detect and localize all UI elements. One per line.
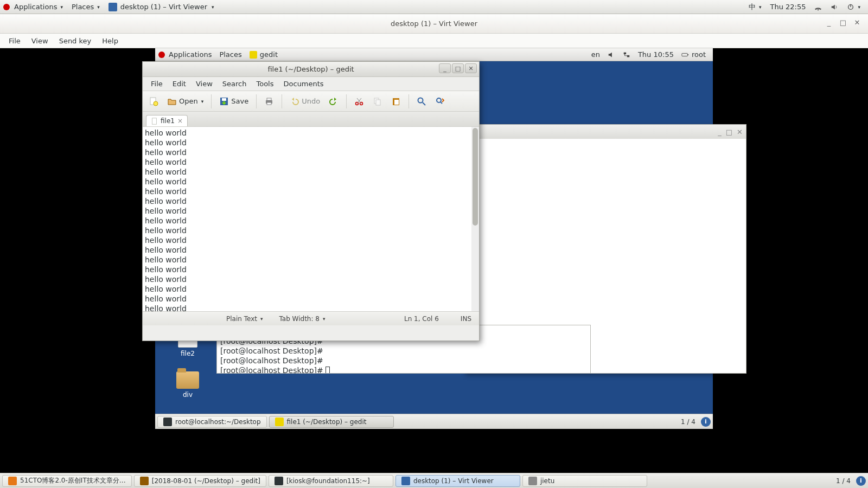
vv-menu-view[interactable]: View xyxy=(26,37,54,45)
tab-file1[interactable]: file1 × xyxy=(146,115,188,126)
task-terminal[interactable]: root@localhost:~/Desktop xyxy=(157,416,267,428)
redhat-icon xyxy=(158,52,165,58)
guest-viewport: Applications Places gedit en Thu 10:55 r… xyxy=(0,48,868,429)
status-lang[interactable]: Plain Text▾ xyxy=(226,315,263,323)
partial-text: from 02 ong xyxy=(690,336,706,367)
svg-rect-22 xyxy=(152,118,156,124)
find-replace-button[interactable] xyxy=(432,95,448,108)
virt-viewer-titlebar[interactable]: desktop (1) – Virt Viewer _ □ ✕ xyxy=(0,14,868,34)
host-task[interactable]: [2018-08-01 (~/Desktop) – gedit] xyxy=(134,475,266,487)
scrollbar[interactable] xyxy=(471,127,479,311)
icon-label: div xyxy=(166,391,209,399)
desktop-icon-div[interactable]: div xyxy=(166,371,209,399)
guest-taskbar: root@localhost:~/Desktop file1 (~/Deskto… xyxy=(155,414,713,429)
open-button[interactable]: Open▾ xyxy=(164,95,206,108)
gedit-minimize[interactable]: _ xyxy=(439,63,451,73)
power-icon[interactable]: ▾ xyxy=(843,0,865,14)
gedit-menubar: File Edit View Search Tools Documents xyxy=(143,77,479,91)
svg-rect-3 xyxy=(624,52,626,54)
gedit-menu-search[interactable]: Search xyxy=(218,80,252,88)
copy-button[interactable] xyxy=(370,95,385,108)
guest-volume-icon[interactable] xyxy=(604,51,619,59)
new-button[interactable] xyxy=(146,95,161,108)
network-icon[interactable] xyxy=(810,0,826,14)
bgwin-close[interactable]: ✕ xyxy=(737,128,743,136)
virt-viewer-menubar: File View Send key Help xyxy=(0,34,868,48)
battery-icon xyxy=(681,51,689,59)
svg-rect-13 xyxy=(267,102,271,105)
bgwin-minimize[interactable]: _ xyxy=(718,128,722,136)
gedit-close[interactable]: ✕ xyxy=(465,63,477,73)
guest-network-icon[interactable] xyxy=(619,51,634,59)
guest-places-menu[interactable]: Places xyxy=(215,50,245,59)
print-button[interactable] xyxy=(261,95,277,108)
app-icon xyxy=(401,477,410,485)
gedit-menu-documents[interactable]: Documents xyxy=(279,80,329,88)
gedit-title: file1 (~/Desktop) – gedit xyxy=(267,65,354,73)
app-icon xyxy=(528,477,537,485)
svg-rect-17 xyxy=(376,100,380,105)
host-workspace-switcher[interactable]: i xyxy=(856,476,866,486)
gedit-icon xyxy=(250,51,257,59)
host-task[interactable]: jietu xyxy=(522,475,647,487)
gedit-menu-tools[interactable]: Tools xyxy=(251,80,278,88)
svg-point-0 xyxy=(818,9,819,10)
scrollbar-thumb[interactable] xyxy=(473,128,478,226)
guest-desktop[interactable]: Applications Places gedit en Thu 10:55 r… xyxy=(155,48,713,429)
gedit-menu-edit[interactable]: Edit xyxy=(168,80,191,88)
folder-icon xyxy=(176,371,199,389)
gedit-menu-file[interactable]: File xyxy=(146,80,168,88)
terminal-icon xyxy=(163,418,172,426)
vv-menu-help[interactable]: Help xyxy=(97,37,124,45)
tab-close-icon[interactable]: × xyxy=(177,117,183,125)
gedit-menu-view[interactable]: View xyxy=(191,80,218,88)
ime-indicator[interactable]: 中▾ xyxy=(744,0,766,14)
minimize-button[interactable]: _ xyxy=(824,18,834,29)
status-position: Ln 1, Col 6 xyxy=(404,315,439,323)
gedit-maximize[interactable]: □ xyxy=(452,63,464,73)
cut-button[interactable] xyxy=(352,95,367,108)
svg-rect-19 xyxy=(394,100,399,105)
document-icon xyxy=(151,118,158,125)
find-button[interactable] xyxy=(414,95,429,108)
status-mode: INS xyxy=(461,315,471,323)
host-task[interactable]: [kiosk@foundation115:~] xyxy=(269,475,393,487)
guest-clock[interactable]: Thu 10:55 xyxy=(634,50,678,59)
guest-user[interactable]: root xyxy=(678,50,710,59)
host-active-app[interactable]: desktop (1) – Virt Viewer▾ xyxy=(104,0,219,14)
bgwin-maximize[interactable]: □ xyxy=(726,128,732,136)
gedit-window: file1 (~/Desktop) – gedit _ □ ✕ File Edi… xyxy=(142,61,480,341)
app-icon xyxy=(140,477,149,485)
svg-rect-12 xyxy=(267,98,271,100)
gedit-toolbar: Open▾ Save Undo xyxy=(143,91,479,112)
undo-button[interactable]: Undo xyxy=(287,95,323,108)
workspace-switcher[interactable]: i xyxy=(701,417,711,427)
svg-rect-6 xyxy=(687,54,688,55)
redo-button[interactable] xyxy=(326,95,341,108)
paste-button[interactable] xyxy=(388,95,404,108)
close-button[interactable]: ✕ xyxy=(852,18,863,29)
workspace-label: 1 / 4 xyxy=(681,418,699,426)
maximize-button[interactable]: □ xyxy=(838,18,848,29)
icon-label: file2 xyxy=(166,350,209,357)
guest-applications-menu[interactable]: Applications xyxy=(165,50,215,59)
gedit-editor[interactable]: hello worldhello worldhello worldhello w… xyxy=(143,127,479,311)
vv-menu-sendkey[interactable]: Send key xyxy=(54,37,97,45)
app-icon xyxy=(8,477,17,485)
svg-rect-10 xyxy=(222,98,226,101)
host-places-menu[interactable]: Places▾ xyxy=(67,0,104,14)
gedit-titlebar[interactable]: file1 (~/Desktop) – gedit _ □ ✕ xyxy=(143,62,479,77)
host-applications-menu[interactable]: Applications▾ xyxy=(10,0,67,14)
status-tabwidth[interactable]: Tab Width: 8▾ xyxy=(279,315,325,323)
host-task[interactable]: desktop (1) – Virt Viewer xyxy=(395,475,520,487)
volume-icon[interactable] xyxy=(826,0,843,14)
svg-rect-2 xyxy=(851,4,851,7)
save-button[interactable]: Save xyxy=(216,95,251,108)
host-task[interactable]: 51CTO博客2.0-原创IT技术文章分… xyxy=(2,475,132,487)
host-clock[interactable]: Thu 22:55 xyxy=(765,0,810,14)
vv-menu-file[interactable]: File xyxy=(3,37,26,45)
host-top-panel: Applications▾ Places▾ desktop (1) – Virt… xyxy=(0,0,868,14)
lang-indicator[interactable]: en xyxy=(588,50,604,59)
guest-active-app[interactable]: gedit xyxy=(246,50,282,59)
task-gedit[interactable]: file1 (~/Desktop) – gedit xyxy=(269,416,394,428)
